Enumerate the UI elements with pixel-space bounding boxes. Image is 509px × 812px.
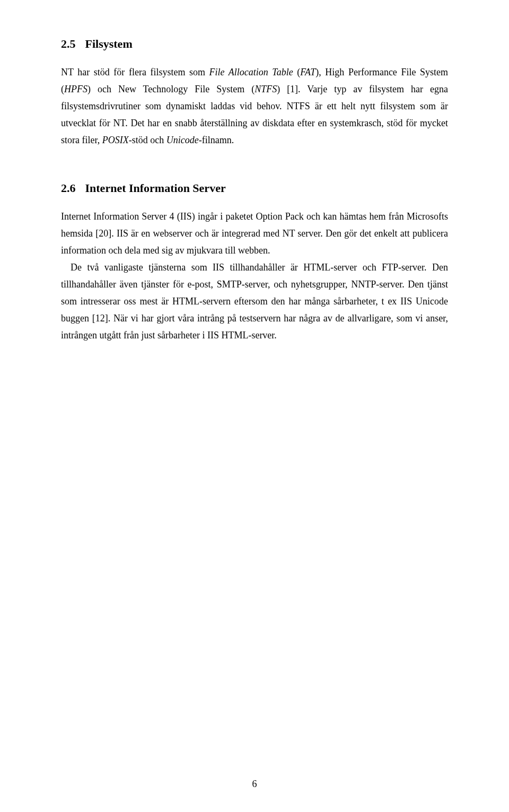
text: NT har stöd för flera filsystem som [61, 67, 209, 77]
section-heading-2-5: 2.5Filsystem [61, 37, 448, 51]
section2-paragraph-2: De två vanligaste tjänsterna som IIS til… [61, 259, 448, 344]
section-filsystem: 2.5Filsystem NT har stöd för flera filsy… [61, 37, 448, 149]
section-title: Internet Information Server [85, 181, 226, 195]
section1-paragraph: NT har stöd för flera filsystem som File… [61, 64, 448, 149]
text: ) och New Technology File System ( [87, 84, 254, 94]
section-iis: 2.6Internet Information Server Internet … [61, 181, 448, 344]
italic-text: NTFS [254, 84, 277, 94]
page-number: 6 [0, 779, 509, 790]
text: -stöd och [129, 135, 166, 145]
section-heading-2-6: 2.6Internet Information Server [61, 181, 448, 195]
italic-text: File Allocation Table [209, 67, 293, 77]
text: ( [293, 67, 301, 77]
text: -filnamn. [199, 135, 234, 145]
section-number: 2.5 [61, 37, 76, 51]
italic-text: FAT [300, 67, 315, 77]
section-number: 2.6 [61, 181, 76, 195]
italic-text: Unicode [166, 135, 199, 145]
section-title: Filsystem [85, 37, 133, 50]
section2-paragraph-1: Internet Information Server 4 (IIS) ingå… [61, 208, 448, 259]
italic-text: HPFS [64, 84, 87, 94]
italic-text: POSIX [102, 135, 129, 145]
